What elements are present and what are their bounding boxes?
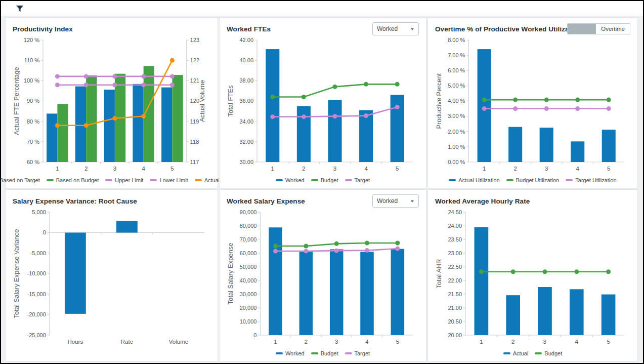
data-point-marker[interactable] [333, 114, 337, 118]
y2-axis-title: Actual Volume [198, 80, 206, 122]
legend-item[interactable]: Target [345, 350, 370, 356]
bar[interactable] [161, 88, 172, 162]
bar[interactable] [570, 289, 584, 335]
data-point-marker[interactable] [395, 105, 400, 109]
bar[interactable] [506, 295, 520, 335]
bar[interactable] [571, 141, 584, 162]
data-point-marker[interactable] [364, 113, 368, 118]
bar[interactable] [266, 49, 279, 162]
bar[interactable] [86, 75, 97, 162]
legend-item[interactable]: Based on Budget [47, 177, 99, 183]
data-point-marker[interactable] [574, 269, 579, 274]
legend-item[interactable]: Target [345, 177, 370, 183]
data-point-marker[interactable] [606, 269, 611, 274]
worked-salary-expense-view-dropdown[interactable]: Worked ▼ [372, 194, 419, 208]
legend-item[interactable]: Budget [311, 350, 338, 356]
legend-item[interactable]: Upper Limit [105, 177, 143, 183]
bar[interactable] [360, 252, 374, 335]
overtime-toggle[interactable]: Overtime [567, 23, 630, 34]
data-point-marker[interactable] [170, 83, 175, 87]
data-point-marker[interactable] [170, 74, 175, 78]
data-point-marker[interactable] [365, 248, 369, 253]
worked-ftes-view-dropdown[interactable]: Worked ▼ [372, 22, 419, 35]
data-point-marker[interactable] [607, 106, 611, 111]
bar[interactable] [475, 227, 489, 335]
bar[interactable] [299, 252, 313, 335]
data-point-marker[interactable] [513, 98, 518, 102]
bar[interactable] [47, 113, 57, 162]
data-point-marker[interactable] [575, 98, 580, 102]
data-point-marker[interactable] [544, 98, 549, 102]
bar[interactable] [538, 287, 552, 335]
data-point-marker[interactable] [84, 83, 89, 87]
data-point-marker[interactable] [55, 83, 60, 87]
data-point-marker[interactable] [302, 95, 306, 99]
bar[interactable] [508, 127, 522, 162]
bar[interactable] [116, 221, 138, 232]
data-point-marker[interactable] [84, 123, 89, 128]
data-point-marker[interactable] [273, 244, 278, 248]
bar[interactable] [330, 249, 344, 335]
bar[interactable] [172, 75, 183, 162]
data-point-marker[interactable] [365, 241, 369, 246]
bar[interactable] [269, 227, 282, 335]
data-point-marker[interactable] [273, 249, 278, 253]
data-point-marker[interactable] [170, 58, 175, 63]
data-point-marker[interactable] [141, 114, 146, 118]
bar[interactable] [104, 90, 115, 162]
data-point-marker[interactable] [334, 241, 339, 246]
bar[interactable] [391, 249, 405, 335]
bar[interactable] [602, 295, 616, 335]
data-point-marker[interactable] [364, 82, 368, 87]
data-point-marker[interactable] [55, 74, 60, 78]
data-point-marker[interactable] [270, 95, 275, 99]
legend-item[interactable]: Actual Utilization [449, 177, 499, 183]
bar[interactable] [602, 130, 616, 162]
data-point-marker[interactable] [513, 106, 518, 111]
legend-item[interactable]: Worked [276, 177, 305, 183]
data-point-marker[interactable] [112, 116, 117, 120]
data-point-marker[interactable] [141, 74, 146, 78]
legend-item[interactable]: Target Utilization [566, 177, 616, 183]
data-point-marker[interactable] [482, 98, 487, 102]
legend-item[interactable]: Worked [276, 350, 305, 356]
data-point-marker[interactable] [511, 269, 516, 274]
legend-item[interactable]: Budget [535, 350, 562, 356]
legend-item[interactable]: Budget Utilization [506, 177, 560, 183]
data-point-marker[interactable] [395, 241, 400, 246]
data-point-marker[interactable] [84, 74, 89, 78]
bar[interactable] [297, 106, 311, 162]
chart-panel-productivity-index: Productivity Index 120 %110 %100 %90 %80… [5, 17, 218, 188]
data-point-marker[interactable] [304, 244, 308, 248]
bar[interactable] [133, 84, 143, 162]
bar[interactable] [65, 233, 86, 314]
data-point-marker[interactable] [304, 249, 308, 253]
data-point-marker[interactable] [607, 98, 611, 102]
data-point-marker[interactable] [395, 247, 400, 251]
bar[interactable] [57, 104, 68, 162]
data-point-marker[interactable] [575, 106, 580, 111]
bar[interactable] [328, 100, 341, 162]
data-point-marker[interactable] [482, 106, 487, 111]
y-axis-title: Actual FTE Percentage [13, 67, 20, 135]
data-point-marker[interactable] [112, 83, 117, 87]
data-point-marker[interactable] [333, 85, 337, 89]
legend-item[interactable]: Actual [503, 350, 529, 356]
data-point-marker[interactable] [302, 114, 306, 119]
filter-button[interactable] [13, 3, 26, 14]
legend-item[interactable]: Based on Target [0, 177, 40, 183]
data-point-marker[interactable] [395, 82, 400, 87]
data-point-marker[interactable] [543, 269, 547, 274]
bar[interactable] [478, 49, 491, 162]
x-tick-label: 3 [545, 166, 548, 172]
data-point-marker[interactable] [544, 106, 549, 111]
legend-item[interactable]: Budget [311, 177, 338, 183]
bar[interactable] [540, 128, 553, 162]
data-point-marker[interactable] [479, 269, 484, 274]
data-point-marker[interactable] [55, 123, 60, 128]
data-point-marker[interactable] [334, 249, 339, 253]
data-point-marker[interactable] [270, 114, 275, 119]
data-point-marker[interactable] [141, 83, 146, 87]
legend-item[interactable]: Lower Limit [150, 177, 188, 183]
data-point-marker[interactable] [112, 74, 117, 78]
